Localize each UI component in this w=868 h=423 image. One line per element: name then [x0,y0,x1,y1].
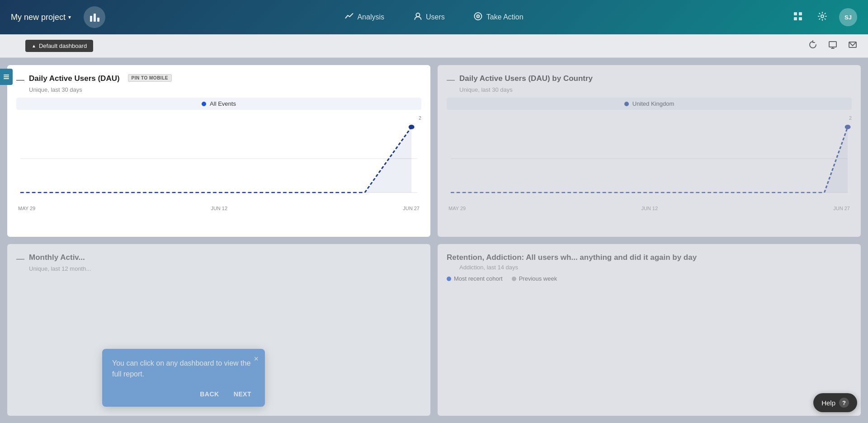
nav-item-analysis[interactable]: Analysis [339,8,390,27]
close-icon: × [254,354,259,363]
svg-marker-22 [20,127,411,193]
mail-icon[interactable] [846,38,859,53]
dashboard-icon: ▲ [32,43,36,48]
svg-rect-9 [794,17,797,20]
nav-item-take-action[interactable]: Take Action [468,8,529,27]
svg-rect-15 [829,42,836,47]
nav-take-action-label: Take Action [486,13,524,21]
svg-rect-8 [799,12,802,15]
chart-dau-axis: MAY 29 JUN 12 JUN 27 [16,206,421,211]
axis-label-may29-r: MAY 29 [448,206,466,211]
chart-country-y-label: 2 [849,115,852,121]
app-logo-icon[interactable] [84,6,105,28]
chart-dau-country-dash: — [447,75,455,85]
help-label: Help [821,399,835,407]
tooltip-message: You can click on any dashboard to view t… [112,358,255,380]
avatar-initials: SJ [844,14,852,21]
svg-point-3 [416,13,420,17]
legend-label: All Events [210,100,236,107]
sub-header-actions [807,38,859,53]
analysis-icon [344,12,354,23]
svg-rect-1 [94,14,96,22]
chart-dau-country[interactable]: — Daily Active Users (DAU) by Country Un… [438,65,861,237]
dashboard-badge[interactable]: ▲ Default dashboard [25,40,93,52]
project-name-label: My new project [11,13,66,22]
main-content: — Daily Active Users (DAU) PIN TO MOBILE… [0,58,868,423]
svg-marker-26 [451,127,848,193]
project-name[interactable]: My new project ▾ [11,13,71,22]
axis-label-jun12-r: JUN 12 [641,206,658,211]
retention-legend: Most recent cohort Previous week [447,275,852,282]
users-icon [413,12,422,23]
chart-dau-country-legend: United Kingdom [447,98,852,110]
refresh-icon[interactable] [807,38,819,53]
chart-dau-country-header: — Daily Active Users (DAU) by Country [447,74,852,85]
avatar[interactable]: SJ [839,8,857,26]
chart-mau-dash: — [16,254,24,263]
chart-retention[interactable]: Retention, Addiction: All users wh... an… [438,244,861,416]
chart-dau-country-title: Daily Active Users (DAU) by Country [459,74,593,83]
chart-mau-subtitle: Unique, last 12 month... [29,265,421,272]
tooltip-popup: × You can click on any dashboard to view… [102,349,265,407]
tooltip-back-button[interactable]: BACK [196,389,222,400]
svg-rect-10 [799,17,802,20]
display-icon[interactable] [826,38,839,53]
svg-point-11 [821,15,824,18]
nav-analysis-label: Analysis [357,13,384,21]
help-icon: ? [839,398,849,408]
main-nav: Analysis Users Take Action [339,8,528,27]
axis-label-jun27-r: JUN 27 [833,206,850,211]
legend-country-label: United Kingdom [632,100,675,107]
chart-y-label: 2 [419,115,421,121]
legend-dot-country-icon [624,102,629,106]
svg-rect-0 [90,16,92,22]
chart-dau-dash: — [16,75,24,85]
pin-to-mobile-button[interactable]: PIN TO MOBILE [128,74,172,82]
header-right: SJ [790,8,857,26]
dashboard-label: Default dashboard [39,42,87,49]
chart-mau-title: Monthly Activ... [29,253,85,262]
chart-dau-country-subtitle: Unique, last 30 days [459,86,852,93]
chart-dau-title: Daily Active Users (DAU) [29,74,120,83]
take-action-icon [474,12,483,23]
chart-mau-header: — Monthly Activ... [16,253,421,263]
chart-dau-header: — Daily Active Users (DAU) PIN TO MOBILE [16,74,421,85]
project-chevron-icon: ▾ [68,14,71,20]
axis-label-may29: MAY 29 [18,206,35,211]
chart-retention-header: Retention, Addiction: All users wh... an… [447,253,852,262]
legend-prev-week-label: Previous week [519,275,557,282]
chart-dau-country-area: 2 [445,113,854,204]
chart-dau-svg [14,113,423,204]
chart-dau[interactable]: — Daily Active Users (DAU) PIN TO MOBILE… [7,65,430,237]
legend-most-recent-icon [447,277,451,281]
legend-most-recent-label: Most recent cohort [454,275,503,282]
chart-dau-area: 2 [14,113,423,204]
chart-retention-subtitle: Addiction, last 14 days [459,264,852,271]
grid-icon[interactable] [790,9,806,26]
svg-point-6 [478,16,479,17]
legend-dot-icon [202,102,206,106]
svg-rect-7 [794,12,797,15]
svg-rect-2 [97,18,99,22]
sidebar-toggle[interactable] [0,69,13,85]
settings-icon[interactable] [815,9,830,26]
sub-header: ▲ Default dashboard [0,34,868,58]
axis-label-jun12: JUN 12 [211,206,227,211]
nav-item-users[interactable]: Users [408,8,450,27]
help-button[interactable]: Help ? [813,393,857,412]
tooltip-next-button[interactable]: NEXT [230,389,255,400]
chart-country-axis: MAY 29 JUN 12 JUN 27 [447,206,852,211]
axis-label-jun27: JUN 27 [403,206,420,211]
header: My new project ▾ Analysis [0,0,868,34]
header-left: My new project ▾ [11,6,105,28]
chart-dau-subtitle: Unique, last 30 days [29,86,421,93]
tooltip-close-button[interactable]: × [254,354,259,364]
chart-retention-title: Retention, Addiction: All users wh... an… [447,253,697,262]
help-question-mark: ? [842,400,846,406]
chart-country-svg [445,113,854,204]
chart-mau[interactable]: — Monthly Activ... Unique, last 12 month… [7,244,430,416]
chart-dau-legend: All Events [16,98,421,110]
tooltip-actions: BACK NEXT [112,389,255,400]
legend-prev-week-icon [512,277,516,281]
nav-users-label: Users [426,13,445,21]
